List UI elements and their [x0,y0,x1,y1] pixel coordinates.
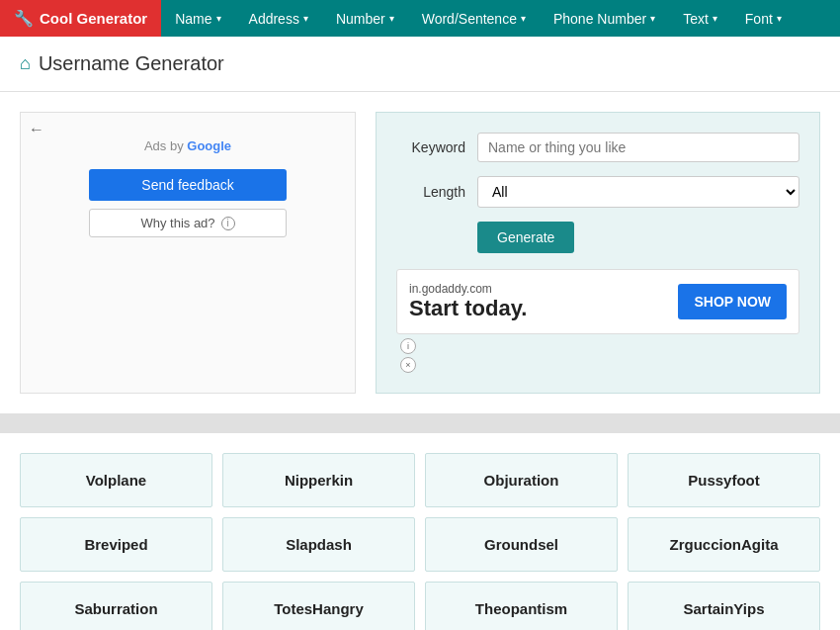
nav-label-phone-number: Phone Number [553,11,646,27]
nav-item-address[interactable]: Address▾ [235,0,322,37]
nav-label-font: Font [745,11,773,27]
result-item[interactable]: TotesHangry [222,582,415,630]
breadcrumb: ⌂ Username Generator [0,37,840,92]
brand-label: Cool Generator [40,10,147,27]
nav-label-name: Name [175,11,211,27]
google-logo: Google [187,138,231,153]
info-icon: i [221,217,235,230]
results-section: VolplaneNipperkinObjurationPussyfootBrev… [0,433,840,630]
nav-label-address: Address [249,11,299,27]
nav-label-word-sentence: Word/Sentence [422,11,517,27]
nav-item-word-sentence[interactable]: Word/Sentence▾ [408,0,540,37]
section-divider [0,413,840,433]
brand-logo[interactable]: 🔧 Cool Generator [0,0,161,37]
home-icon: ⌂ [20,53,31,74]
ad-banner: in.godaddy.com Start today. SHOP NOW [396,269,799,334]
result-item[interactable]: Pussyfoot [628,453,820,507]
nav-label-text: Text [683,11,709,27]
length-select[interactable]: AllShortMediumLong [477,176,799,208]
nav-item-name[interactable]: Name▾ [161,0,234,37]
result-item[interactable]: Objuration [425,453,618,507]
ad-info-icon[interactable]: i [400,338,416,354]
nav-item-phone-number[interactable]: Phone Number▾ [540,0,669,37]
ad-banner-content: in.godaddy.com Start today. [409,282,666,321]
why-this-ad-button[interactable]: Why this ad? i [89,209,287,237]
nav-label-number: Number [336,11,385,27]
nav-bar: 🔧 Cool Generator Name▾Address▾Number▾Wor… [0,0,840,37]
ad-title: Start today. [409,296,666,321]
ad-close-icon[interactable]: × [400,357,416,373]
result-item[interactable]: Groundsel [425,517,618,572]
result-item[interactable]: Saburration [20,582,212,630]
ad-domain: in.godaddy.com [409,282,666,296]
result-item[interactable]: Volplane [20,453,212,507]
ads-by-google-label: Ads by Google [144,138,231,153]
chevron-down-icon: ▾ [389,13,394,24]
chevron-down-icon: ▾ [713,13,717,24]
chevron-down-icon: ▾ [216,13,221,24]
page-container: ⌂ Username Generator ← Ads by Google Sen… [0,37,840,630]
keyword-label: Keyword [396,139,465,155]
keyword-row: Keyword [396,133,799,162]
keyword-input[interactable] [477,133,799,162]
result-item[interactable]: Nipperkin [222,453,415,507]
chevron-down-icon: ▾ [303,13,308,24]
nav-item-font[interactable]: Font▾ [731,0,796,37]
wrench-icon: 🔧 [14,9,34,28]
result-item[interactable]: SartainYips [628,582,820,630]
result-item[interactable]: ZrguccionAgita [628,517,820,572]
chevron-down-icon: ▾ [777,13,782,24]
generator-panel: Keyword Length AllShortMediumLong Genera… [376,112,820,394]
result-item[interactable]: Theopantism [425,582,618,630]
send-feedback-button[interactable]: Send feedback [89,169,287,201]
ad-panel: ← Ads by Google Send feedback Why this a… [20,112,356,394]
nav-item-text[interactable]: Text▾ [669,0,731,37]
shop-now-button[interactable]: SHOP NOW [678,284,787,319]
page-title: Username Generator [39,52,224,75]
length-row: Length AllShortMediumLong [396,176,799,208]
main-content: ← Ads by Google Send feedback Why this a… [0,92,840,413]
generate-row: Generate [396,222,799,253]
generate-button[interactable]: Generate [477,222,574,253]
result-item[interactable]: Slapdash [222,517,415,572]
chevron-down-icon: ▾ [650,13,655,24]
back-arrow[interactable]: ← [29,121,44,138]
result-item[interactable]: Breviped [20,517,212,572]
nav-item-number[interactable]: Number▾ [322,0,408,37]
chevron-down-icon: ▾ [521,13,526,24]
length-label: Length [396,184,465,200]
results-grid: VolplaneNipperkinObjurationPussyfootBrev… [20,453,820,630]
